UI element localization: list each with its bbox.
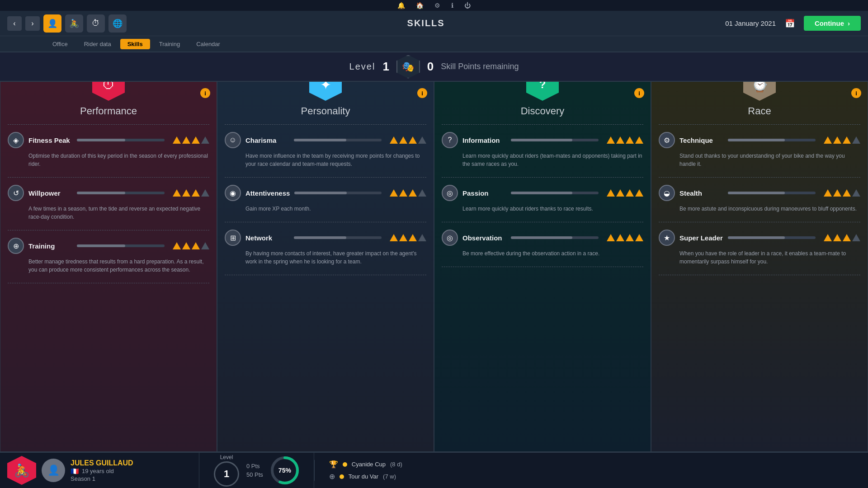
skill-name-technique: Technique: [679, 136, 723, 144]
player-name: JULES GUILLAUD: [71, 459, 133, 467]
gear-icon[interactable]: ⚙: [434, 2, 440, 9]
skill-desc-network: By having more contacts of interest, hav…: [225, 249, 426, 266]
divider: [442, 222, 643, 222]
triangle-3: [192, 189, 200, 197]
triangle-4: [418, 234, 426, 241]
skill-name-super-leader: Super Leader: [679, 234, 723, 242]
divider-bottom: [225, 275, 426, 275]
info-badge-race[interactable]: i: [851, 88, 861, 98]
skill-name-charisma: Charisma: [245, 136, 289, 144]
skill-icon-willpower: ↺: [8, 185, 24, 201]
skill-desc-attentiveness: Gain more XP each month.: [225, 205, 426, 213]
player-age-text: 19 years old: [82, 468, 114, 474]
skill-bar-fitness-peak: [77, 139, 165, 141]
divider: [659, 177, 860, 178]
triangle-2: [833, 189, 841, 197]
subnav-training[interactable]: Training: [152, 39, 187, 49]
race-detail-0: (8 d): [390, 461, 402, 468]
skill-points-label: Skill Points remaining: [441, 62, 519, 71]
skill-willpower: ↺ Willpower A few times in a season, tur…: [0, 181, 217, 226]
triangle-4: [201, 136, 209, 144]
skill-triangles-passion: [607, 189, 643, 197]
skill-triangles-willpower: [173, 189, 209, 197]
triangle-3: [843, 189, 851, 197]
nav-person-button[interactable]: 👤: [43, 14, 61, 33]
subnav-office[interactable]: Office: [45, 39, 75, 49]
triangle-4: [852, 234, 860, 241]
triangle-2: [399, 136, 407, 144]
home-icon[interactable]: 🏠: [416, 2, 424, 9]
triangle-1: [390, 189, 398, 197]
chevron-right-icon: ›: [848, 19, 850, 27]
skill-name-training: Training: [28, 242, 72, 250]
avatar: 👤: [42, 459, 65, 482]
skill-name-observation: Observation: [462, 234, 506, 242]
card-title-performance: Performance: [0, 105, 217, 121]
pts-info: 0 Pts 50 Pts: [246, 463, 263, 478]
skill-technique: ⚙ Technique Stand out thanks to your und…: [651, 128, 868, 174]
skill-desc-fitness-peak: Optimise the duration of this key period…: [8, 152, 209, 168]
triangle-3: [192, 136, 200, 144]
power-icon[interactable]: ⏻: [464, 2, 471, 9]
divider: [225, 222, 426, 222]
card-race: ⌚ Race i ⚙ Technique Stand out thanks to…: [651, 81, 868, 452]
subnav-rider-data[interactable]: Rider data: [77, 39, 118, 49]
card-title-race: Race: [651, 105, 868, 121]
skill-desc-charisma: Have more influence in the team by recei…: [225, 152, 426, 168]
skill-triangles-information: [607, 136, 643, 144]
skill-triangles-fitness-peak: [173, 136, 209, 144]
divider-bottom: [8, 283, 209, 283]
skill-desc-super-leader: When you have the role of leader in a ra…: [659, 249, 860, 266]
triangle-1: [607, 136, 615, 144]
nav-forward-button[interactable]: ›: [25, 16, 40, 31]
triangle-2: [616, 189, 624, 197]
triangle-1: [607, 234, 615, 241]
skill-network: ⊞ Network By having more contacts of int…: [217, 226, 434, 271]
race-detail-1: (7 w): [383, 473, 396, 480]
skill-super-leader: ★ Super Leader When you have the role of…: [651, 226, 868, 271]
skill-training: ⊕ Training Better manage tiredness that …: [0, 234, 217, 279]
nav-clock-button[interactable]: ⏱: [87, 14, 105, 33]
skill-observation: ◎ Observation Be more effective during t…: [434, 226, 651, 263]
bottom-bar: 🚴 👤 JULES GUILLAUD 🇫🇷 19 years old Seaso…: [0, 452, 868, 488]
skill-triangles-charisma: [390, 136, 426, 144]
skill-information: ? Information Learn more quickly about r…: [434, 128, 651, 174]
triangle-3: [409, 136, 417, 144]
triangle-1: [824, 189, 832, 197]
progress-label: 75%: [278, 467, 291, 474]
info-icon[interactable]: ℹ: [451, 2, 453, 9]
triangle-2: [833, 136, 841, 144]
skill-points-number: 0: [427, 60, 434, 74]
triangle-2: [616, 234, 624, 241]
race-item-1: ⊕ Tour du Var (7 w): [329, 472, 854, 481]
info-badge-performance[interactable]: i: [200, 88, 210, 98]
divider: [659, 124, 860, 125]
continue-button[interactable]: Continue ›: [804, 16, 861, 31]
skill-triangles-super-leader: [824, 234, 860, 241]
divider: [225, 124, 426, 125]
triangle-1: [390, 234, 398, 241]
triangle-2: [616, 136, 624, 144]
card-title-personality: Personality: [217, 105, 434, 121]
nav-back-button[interactable]: ‹: [7, 16, 22, 31]
info-badge-personality[interactable]: i: [417, 88, 427, 98]
triangle-4: [201, 242, 209, 249]
race-dot-1: [340, 474, 344, 479]
triangle-2: [399, 189, 407, 197]
nav-globe-button[interactable]: 🌐: [108, 14, 127, 33]
triangle-4: [201, 189, 209, 197]
bell-icon[interactable]: 🔔: [397, 2, 405, 9]
info-badge-discovery[interactable]: i: [634, 88, 644, 98]
divider: [225, 177, 426, 178]
nav-date: 01 January 2021: [725, 19, 776, 27]
page-title: SKILLS: [130, 18, 722, 28]
triangle-2: [182, 242, 190, 249]
nav-cycling-button[interactable]: 🚴: [65, 14, 83, 33]
nav-bar: ‹ › 👤 🚴 ⏱ 🌐 SKILLS 01 January 2021 📅 Con…: [0, 11, 868, 36]
subnav-skills[interactable]: Skills: [120, 39, 150, 49]
subnav-calendar[interactable]: Calendar: [189, 39, 227, 49]
triangle-3: [626, 234, 634, 241]
skill-bar-charisma: [294, 139, 382, 141]
triangle-3: [843, 136, 851, 144]
card-discovery: ? Discovery i ? Information Learn more q…: [434, 81, 651, 452]
